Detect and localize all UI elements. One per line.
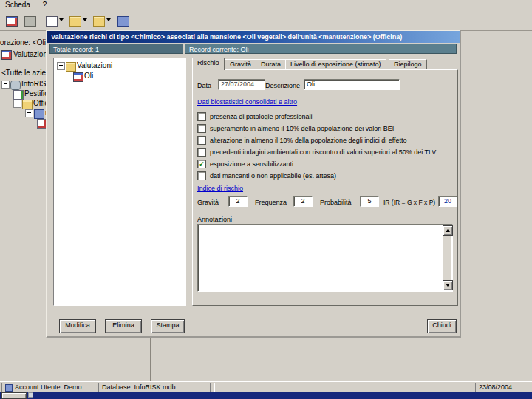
menu-bar: Scheda ? (0, 0, 532, 10)
taskbar[interactable] (0, 392, 532, 399)
folder-icon (69, 16, 81, 27)
gravita-label: Gravità (197, 198, 219, 207)
tree-item-label: Pestific (24, 89, 48, 98)
printer-icon (24, 16, 36, 27)
info-icon[interactable] (113, 12, 132, 30)
elimina-button[interactable]: Elimina (105, 319, 142, 333)
folder-yellow-icon[interactable] (65, 12, 89, 30)
checkbox-dati-mancanti[interactable] (197, 171, 206, 180)
checkbox-row: presenza di patologie professionali (193, 112, 457, 121)
frequenza-label: Frequenza (255, 198, 287, 207)
tab-durata[interactable]: Durata (256, 59, 286, 69)
ir-label: IR (IR = G x F x P) (383, 198, 435, 207)
frequenza-value[interactable]: 2 (293, 196, 313, 207)
new-record-icon[interactable] (1, 12, 21, 30)
tree-row[interactable]: Valutazioni (54, 61, 184, 71)
gravita-value[interactable]: 2 (228, 196, 248, 207)
tab-rischio[interactable]: Rischio (192, 58, 225, 70)
modifica-button[interactable]: Modifica (59, 319, 96, 333)
record-icon (73, 72, 83, 82)
dropdown-arrow-icon (106, 18, 111, 21)
valutazione-icon (1, 50, 12, 60)
menu-scheda[interactable]: Scheda (0, 0, 35, 10)
toolbar (0, 10, 532, 31)
document-icon (46, 16, 58, 27)
status-database-text: Database: InfoRISK.mdb (102, 383, 176, 391)
scroll-up-icon[interactable] (443, 225, 453, 236)
taskbar-icon[interactable] (28, 392, 33, 398)
stampa-button[interactable]: Stampa (151, 319, 185, 333)
dati-biostatistici-link[interactable]: Dati biostatistici consolidati e altro (197, 98, 297, 106)
folder-icon (66, 62, 76, 72)
checkbox-patologie[interactable] (197, 112, 206, 121)
annotazioni-label: Annotazioni (197, 215, 232, 224)
valutazione-rischi-dialog: Valutazione rischi di tipo <Chimico> ass… (46, 30, 461, 338)
checkbox-label: superamento in almeno il 10% della popol… (210, 124, 394, 133)
descrizione-label: Descrizione (265, 81, 300, 90)
checkbox-label: alterazione in almeno il 10% della popol… (210, 136, 407, 145)
data-label: Data (197, 81, 211, 90)
checkbox-alterazione-indici[interactable] (197, 136, 206, 145)
folder-icon (93, 16, 105, 27)
status-bar: Account Utente: Demo Database: InfoRISK.… (0, 381, 532, 392)
total-records-text: Totale record: 1 (53, 46, 99, 53)
folder-open-icon[interactable] (89, 12, 112, 30)
checkbox-row: ✓ esposizione a sensibilizzanti (193, 160, 457, 168)
tree-row[interactable]: Oli (54, 72, 184, 81)
collapse-icon[interactable] (57, 62, 65, 70)
checkbox-label: dati mancanti o non applicabile (es. att… (210, 171, 336, 180)
print-icon[interactable] (20, 12, 39, 30)
collapse-icon[interactable] (13, 100, 21, 108)
user-icon (5, 384, 13, 392)
checkbox-label: precedenti indagini ambientali con risco… (210, 148, 436, 157)
checkbox-label: esposizione a sensibilizzanti (210, 160, 293, 168)
scrollbar[interactable] (443, 225, 451, 290)
checkbox-indagini-tlv[interactable] (197, 148, 206, 157)
dialog-titlebar[interactable]: Valutazione rischi di tipo <Chimico> ass… (47, 31, 460, 43)
dropdown-arrow-icon (59, 18, 64, 21)
tab-strip: Rischio Gravità Durata Livello di esposi… (192, 58, 458, 69)
form-icon (6, 16, 18, 27)
scroll-down-icon[interactable] (443, 280, 453, 290)
tab-gravita[interactable]: Gravità (225, 59, 256, 69)
indice-di-rischio-link[interactable]: Indice di rischio (197, 185, 243, 192)
dropdown-arrow-icon (83, 18, 87, 21)
copy-icon[interactable] (41, 12, 65, 30)
ir-value[interactable]: 20 (438, 196, 457, 207)
probabilita-value[interactable]: 5 (360, 196, 379, 207)
tree-root-label: Valutazioni (77, 61, 112, 70)
current-record-panel: Record corrente: Oli (185, 44, 457, 54)
checkbox-row: alterazione in almeno il 10% della popol… (193, 136, 457, 145)
annotazioni-textarea[interactable] (197, 224, 453, 292)
chiudi-button[interactable]: Chiudi (427, 319, 457, 333)
checkbox-row: precedenti indagini ambientali con risco… (193, 148, 457, 157)
checkbox-superamento-bei[interactable] (197, 124, 206, 133)
collapse-icon[interactable] (25, 109, 33, 117)
valutazioni-tree[interactable]: Valutazioni Oli (53, 58, 186, 306)
dialog-title: Valutazione rischi di tipo <Chimico> ass… (51, 33, 402, 41)
total-records-panel: Totale record: 1 (49, 44, 183, 54)
current-record-text: Record corrente: Oli (189, 46, 249, 53)
data-input[interactable]: 27/07/2004 (218, 79, 265, 90)
descrizione-input[interactable]: Oli (304, 79, 400, 90)
collapse-icon[interactable] (1, 81, 10, 89)
menu-help[interactable]: ? (38, 0, 52, 10)
checkbox-row: superamento in almeno il 10% della popol… (193, 124, 457, 133)
tab-riepilogo[interactable]: Riepilogo (389, 59, 427, 69)
start-button[interactable] (1, 392, 27, 399)
tab-livello-esposizione[interactable]: Livello di esposizione (stimato) (285, 59, 386, 69)
status-user-text: Account Utente: Demo (15, 383, 82, 391)
checkbox-row: dati mancanti o non applicabile (es. att… (193, 171, 457, 180)
checkbox-sensibilizzanti[interactable]: ✓ (197, 160, 206, 168)
info-glyph-icon (117, 16, 129, 27)
probabilita-label: Probabilità (320, 198, 352, 207)
checkbox-label: presenza di patologie professionali (210, 112, 313, 121)
tab-panel-rischio: Data 27/07/2004 Descrizione Oli Dati bio… (192, 69, 458, 306)
tree-child-label: Oli (84, 72, 93, 81)
status-date-text: 23/08/2004 (479, 383, 512, 391)
